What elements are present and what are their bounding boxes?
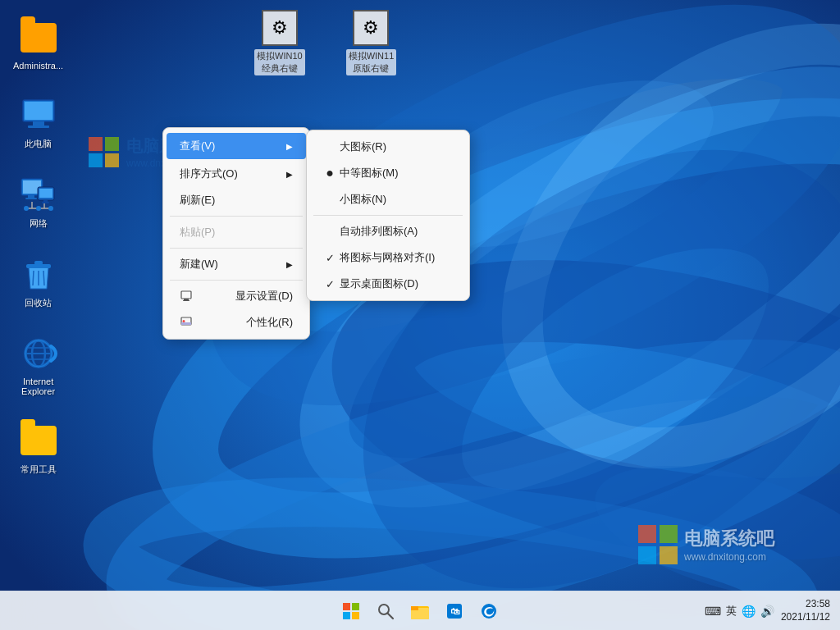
svg-rect-56 (343, 612, 350, 619)
svg-rect-18 (660, 546, 678, 564)
ctx-paste-label: 粘贴(P) (180, 225, 215, 240)
ie-img (19, 334, 58, 373)
ctx-refresh[interactable]: 刷新(E) (163, 187, 309, 213)
svg-point-35 (36, 206, 41, 211)
watermark-bottom: 电脑系统吧 www.dnxitong.com (638, 525, 774, 564)
personalize-icon (180, 316, 193, 329)
clock[interactable]: 23:58 2021/11/12 (781, 598, 830, 623)
win11-label: 模拟WIN11原版右键 (346, 49, 397, 75)
ctx-display[interactable]: 显示设置(D) (163, 283, 309, 309)
context-menu: 查看(V) ▶ 大图标(R) ● 中等图标(M) 小图标(N) 自动排列图标(A… (162, 127, 310, 340)
display-icon (180, 290, 193, 303)
show-check: ✓ (323, 278, 336, 290)
windows-logo-watermark-2 (638, 525, 678, 564)
svg-line-39 (33, 271, 34, 285)
recycle-img (19, 254, 58, 294)
svg-rect-28 (39, 189, 52, 198)
network-icon[interactable]: 网络 (10, 168, 66, 236)
ctx-new[interactable]: 新建(W) ▶ (163, 251, 309, 277)
ie-label: InternetExplorer (21, 377, 55, 396)
medium-bullet: ● (323, 166, 336, 180)
windows-logo-watermark (89, 137, 120, 168)
svg-rect-26 (25, 198, 37, 199)
watermark-url-bottom: www.dnxitong.com (684, 551, 774, 563)
lang-indicator[interactable]: 英 (726, 604, 737, 619)
common-tools-label: 常用工具 (21, 463, 57, 476)
taskbar-center-icons: 🛍 (336, 596, 504, 626)
ctx-sep2 (170, 248, 303, 249)
ie-icon[interactable]: InternetExplorer (10, 327, 66, 403)
win10-label: 模拟WIN10经典右键 (254, 49, 305, 75)
gear-icon-win10: ⚙ (272, 17, 288, 39)
sub-medium-icons[interactable]: ● 中等图标(M) (307, 160, 469, 186)
ctx-sep1 (170, 216, 303, 217)
computer-svg (20, 98, 57, 131)
edge-button[interactable] (474, 596, 504, 626)
svg-line-59 (388, 613, 394, 619)
ctx-view-label: 查看(V) (180, 139, 215, 153)
taskbar-tray: ⌨ 英 🌐 🔊 23:58 2021/11/12 (705, 598, 830, 623)
ctx-view[interactable]: 查看(V) ▶ 大图标(R) ● 中等图标(M) 小图标(N) 自动排列图标(A… (167, 133, 306, 159)
svg-rect-38 (34, 261, 43, 265)
svg-rect-62 (411, 606, 418, 610)
keyboard-icon[interactable]: ⌨ (705, 605, 721, 618)
network-tray-icon[interactable]: 🌐 (742, 605, 756, 618)
svg-rect-57 (352, 612, 359, 619)
ctx-view-arrow: ▶ (286, 142, 293, 151)
small-icons-label: 小图标(N) (340, 192, 386, 207)
svg-rect-14 (105, 153, 119, 167)
sub-align-grid[interactable]: ✓ 将图标与网格对齐(I) (307, 244, 469, 271)
large-icons-label: 大图标(R) (340, 139, 386, 154)
recycle-bin-icon[interactable]: 回收站 (10, 248, 66, 316)
folder-shape-tools (21, 426, 57, 455)
ctx-display-label: 显示设置(D) (235, 289, 293, 304)
ctx-sort-label: 排序方式(O) (180, 167, 238, 181)
start-button[interactable] (336, 596, 366, 626)
svg-rect-13 (89, 153, 103, 167)
sys-tray-icons: ⌨ 英 🌐 🔊 (705, 604, 774, 619)
admin-folder-icon[interactable]: Administra... (10, 11, 66, 77)
win10-classic-icon[interactable]: ⚙ 模拟WIN10经典右键 (254, 10, 305, 75)
sub-show-desktop[interactable]: ✓ 显示桌面图标(D) (307, 271, 469, 297)
sub-large-icons[interactable]: 大图标(R) (307, 134, 469, 160)
large-bullet (323, 139, 336, 154)
ctx-refresh-label: 刷新(E) (180, 193, 215, 208)
ctx-new-arrow: ▶ (286, 260, 293, 269)
sub-small-icons[interactable]: 小图标(N) (307, 186, 469, 212)
svg-rect-50 (183, 300, 189, 301)
view-submenu: 大图标(R) ● 中等图标(M) 小图标(N) 自动排列图标(A) ✓ 将图标与… (306, 130, 470, 301)
ctx-paste[interactable]: 粘贴(P) (163, 219, 309, 245)
svg-rect-55 (352, 603, 359, 610)
ctx-personalize[interactable]: 个性化(R) (163, 309, 309, 336)
file-explorer-button[interactable] (405, 596, 435, 626)
store-icon: 🛍 (445, 602, 463, 620)
svg-rect-53 (181, 322, 191, 325)
volume-icon[interactable]: 🔊 (760, 605, 774, 618)
store-button[interactable]: 🛍 (440, 596, 469, 626)
ie-svg (20, 335, 57, 372)
sub-auto-arrange[interactable]: 自动排列图标(A) (307, 218, 469, 244)
edge-icon (480, 602, 498, 620)
taskbar: 🛍 ⌨ 英 🌐 🔊 23:58 2021/11/12 (0, 591, 840, 630)
svg-rect-25 (28, 195, 34, 198)
clock-date: 2021/11/12 (781, 611, 830, 624)
svg-rect-21 (33, 121, 44, 126)
this-pc-icon[interactable]: 此电脑 (10, 89, 66, 157)
ctx-sep3 (170, 280, 303, 281)
svg-text:🛍: 🛍 (450, 606, 460, 616)
svg-rect-29 (43, 200, 48, 202)
ctx-sort-by[interactable]: 排序方式(O) ▶ (163, 161, 309, 187)
top-desktop-icons: ⚙ 模拟WIN10经典右键 ⚙ 模拟WIN11原版右键 (254, 10, 396, 75)
common-tools-icon[interactable]: 常用工具 (10, 414, 66, 482)
auto-bullet (323, 224, 336, 239)
svg-rect-16 (660, 525, 678, 543)
windows-start-icon (342, 602, 360, 620)
file-explorer-icon (410, 602, 430, 620)
search-button[interactable] (371, 596, 400, 626)
ctx-personalize-label: 个性化(R) (246, 315, 293, 330)
recycle-label: 回收站 (25, 297, 52, 309)
this-pc-img (19, 95, 58, 135)
watermark-brand-text-2: 电脑系统吧 (684, 527, 774, 551)
win11-original-icon[interactable]: ⚙ 模拟WIN11原版右键 (346, 10, 397, 75)
admin-label: Administra... (13, 61, 63, 71)
